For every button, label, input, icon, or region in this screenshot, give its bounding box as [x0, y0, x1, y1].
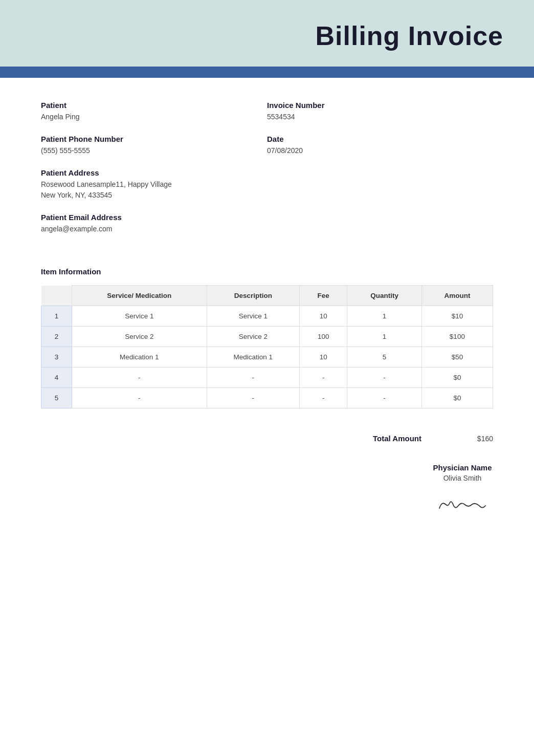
- row-num: 1: [41, 306, 72, 327]
- row-quantity: -: [347, 368, 421, 388]
- row-description: Service 2: [207, 327, 300, 347]
- patient-address-value: Rosewood Lanesample11, Happy Village New…: [41, 179, 267, 201]
- row-quantity: 5: [347, 347, 421, 368]
- invoice-date-block: Date 07/08/2020: [267, 135, 493, 156]
- patient-address-block: Patient Address Rosewood Lanesample11, H…: [41, 168, 267, 201]
- row-service: Service 2: [72, 327, 207, 347]
- row-amount: $100: [421, 327, 493, 347]
- patient-phone-value: (555) 555-5555: [41, 145, 267, 156]
- col-header-service: Service/ Medication: [72, 286, 207, 306]
- signature-area: [432, 490, 493, 516]
- invoice-number-value: 5534534: [267, 112, 493, 122]
- patient-name-value: Angela Ping: [41, 112, 267, 122]
- row-num: 5: [41, 388, 72, 408]
- patient-info-left: Patient Angela Ping Patient Phone Number…: [41, 101, 267, 247]
- items-section: Item Information Service/ Medication Des…: [0, 257, 534, 424]
- physician-name: Olivia Smith: [432, 474, 493, 482]
- total-value: $160: [462, 435, 493, 443]
- physician-label: Physician Name: [432, 463, 493, 472]
- invoice-date-label: Date: [267, 135, 493, 143]
- row-amount: $50: [421, 347, 493, 368]
- row-num: 3: [41, 347, 72, 368]
- row-description: Service 1: [207, 306, 300, 327]
- table-row: 1 Service 1 Service 1 10 1 $10: [41, 306, 493, 327]
- patient-label: Patient: [41, 101, 267, 110]
- invoice-number-block: Invoice Number 5534534: [267, 101, 493, 122]
- patient-name-block: Patient Angela Ping: [41, 101, 267, 122]
- row-num: 4: [41, 368, 72, 388]
- row-quantity: -: [347, 388, 421, 408]
- patient-email-block: Patient Email Address angela@example.com: [41, 213, 267, 234]
- row-fee: -: [300, 368, 347, 388]
- patient-email-label: Patient Email Address: [41, 213, 267, 222]
- row-service: -: [72, 368, 207, 388]
- patient-email-value: angela@example.com: [41, 224, 267, 234]
- row-fee: 10: [300, 347, 347, 368]
- total-section: Total Amount $160: [0, 424, 534, 458]
- table-row: 3 Medication 1 Medication 1 10 5 $50: [41, 347, 493, 368]
- row-fee: 100: [300, 327, 347, 347]
- patient-phone-label: Patient Phone Number: [41, 135, 267, 143]
- row-service: Service 1: [72, 306, 207, 327]
- invoice-date-value: 07/08/2020: [267, 145, 493, 156]
- row-service: Medication 1: [72, 347, 207, 368]
- row-quantity: 1: [347, 306, 421, 327]
- row-num: 2: [41, 327, 72, 347]
- invoice-info-right: Invoice Number 5534534 Date 07/08/2020: [267, 101, 493, 247]
- table-row: 5 - - - - $0: [41, 388, 493, 408]
- col-header-num: [41, 286, 72, 306]
- row-description: -: [207, 368, 300, 388]
- row-quantity: 1: [347, 327, 421, 347]
- info-section: Patient Angela Ping Patient Phone Number…: [0, 78, 534, 257]
- col-header-fee: Fee: [300, 286, 347, 306]
- row-description: Medication 1: [207, 347, 300, 368]
- patient-phone-block: Patient Phone Number (555) 555-5555: [41, 135, 267, 156]
- col-header-amount: Amount: [421, 286, 493, 306]
- row-description: -: [207, 388, 300, 408]
- table-row: 4 - - - - $0: [41, 368, 493, 388]
- page-title: Billing Invoice: [31, 20, 503, 51]
- row-amount: $0: [421, 388, 493, 408]
- blue-divider: [0, 67, 534, 78]
- col-header-quantity: Quantity: [347, 286, 421, 306]
- physician-box: Physician Name Olivia Smith: [432, 463, 493, 516]
- items-table: Service/ Medication Description Fee Quan…: [41, 285, 493, 408]
- total-box: Total Amount $160: [373, 434, 493, 443]
- row-fee: 10: [300, 306, 347, 327]
- total-label: Total Amount: [373, 434, 421, 443]
- physician-section: Physician Name Olivia Smith: [0, 458, 534, 536]
- row-amount: $10: [421, 306, 493, 327]
- page: Billing Invoice Patient Angela Ping Pati…: [0, 0, 534, 756]
- col-header-description: Description: [207, 286, 300, 306]
- invoice-number-label: Invoice Number: [267, 101, 493, 110]
- row-service: -: [72, 388, 207, 408]
- row-fee: -: [300, 388, 347, 408]
- table-row: 2 Service 2 Service 2 100 1 $100: [41, 327, 493, 347]
- row-amount: $0: [421, 368, 493, 388]
- items-title: Item Information: [41, 267, 493, 276]
- header-section: Billing Invoice: [0, 0, 534, 67]
- patient-address-label: Patient Address: [41, 168, 267, 177]
